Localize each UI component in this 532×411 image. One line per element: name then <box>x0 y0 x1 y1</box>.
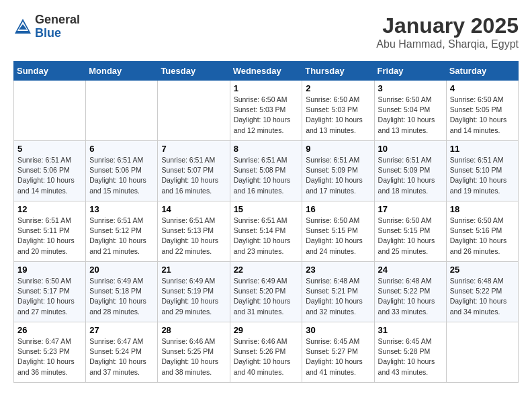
calendar-week-row: 1Sunrise: 6:50 AM Sunset: 5:03 PM Daylig… <box>14 81 519 141</box>
calendar-cell: 20Sunrise: 6:49 AM Sunset: 5:18 PM Dayli… <box>86 262 158 322</box>
day-info: Sunrise: 6:51 AM Sunset: 5:09 PM Dayligh… <box>306 155 370 196</box>
weekday-header-saturday: Saturday <box>446 62 518 81</box>
title-block: January 2025 Abu Hammad, Sharqia, Egypt <box>376 13 519 50</box>
calendar-cell: 1Sunrise: 6:50 AM Sunset: 5:03 PM Daylig… <box>230 81 302 141</box>
calendar-cell: 10Sunrise: 6:51 AM Sunset: 5:09 PM Dayli… <box>374 141 446 201</box>
day-info: Sunrise: 6:50 AM Sunset: 5:03 PM Dayligh… <box>306 95 370 136</box>
weekday-header-sunday: Sunday <box>14 62 86 81</box>
logo-general: General <box>35 13 80 27</box>
day-number: 10 <box>378 144 443 154</box>
day-number: 27 <box>89 325 154 335</box>
day-info: Sunrise: 6:49 AM Sunset: 5:19 PM Dayligh… <box>161 276 226 317</box>
calendar-cell: 28Sunrise: 6:46 AM Sunset: 5:25 PM Dayli… <box>158 322 230 383</box>
calendar-cell: 13Sunrise: 6:51 AM Sunset: 5:12 PM Dayli… <box>86 201 158 262</box>
day-info: Sunrise: 6:51 AM Sunset: 5:09 PM Dayligh… <box>378 155 443 196</box>
day-number: 22 <box>234 265 299 275</box>
day-info: Sunrise: 6:51 AM Sunset: 5:07 PM Dayligh… <box>161 155 226 196</box>
day-number: 11 <box>450 144 515 154</box>
calendar-cell: 8Sunrise: 6:51 AM Sunset: 5:08 PM Daylig… <box>230 141 302 201</box>
day-info: Sunrise: 6:48 AM Sunset: 5:22 PM Dayligh… <box>378 276 443 317</box>
calendar-week-row: 12Sunrise: 6:51 AM Sunset: 5:11 PM Dayli… <box>14 201 519 262</box>
day-info: Sunrise: 6:49 AM Sunset: 5:20 PM Dayligh… <box>234 276 299 317</box>
calendar-week-row: 19Sunrise: 6:50 AM Sunset: 5:17 PM Dayli… <box>14 262 519 322</box>
day-number: 19 <box>17 265 82 275</box>
weekday-header-wednesday: Wednesday <box>230 62 302 81</box>
calendar-week-row: 26Sunrise: 6:47 AM Sunset: 5:23 PM Dayli… <box>14 322 519 383</box>
calendar-cell: 22Sunrise: 6:49 AM Sunset: 5:20 PM Dayli… <box>230 262 302 322</box>
calendar-cell: 5Sunrise: 6:51 AM Sunset: 5:06 PM Daylig… <box>14 141 86 201</box>
day-info: Sunrise: 6:51 AM Sunset: 5:14 PM Dayligh… <box>234 216 299 257</box>
day-info: Sunrise: 6:51 AM Sunset: 5:08 PM Dayligh… <box>234 155 299 196</box>
day-number: 8 <box>234 144 299 154</box>
day-info: Sunrise: 6:50 AM Sunset: 5:16 PM Dayligh… <box>450 216 515 257</box>
day-info: Sunrise: 6:49 AM Sunset: 5:18 PM Dayligh… <box>89 276 154 317</box>
day-info: Sunrise: 6:51 AM Sunset: 5:06 PM Dayligh… <box>89 155 154 196</box>
calendar-cell: 16Sunrise: 6:50 AM Sunset: 5:15 PM Dayli… <box>302 201 374 262</box>
weekday-header-row: SundayMondayTuesdayWednesdayThursdayFrid… <box>14 62 519 81</box>
day-info: Sunrise: 6:47 AM Sunset: 5:24 PM Dayligh… <box>89 336 154 377</box>
day-info: Sunrise: 6:51 AM Sunset: 5:06 PM Dayligh… <box>17 155 82 196</box>
day-number: 15 <box>234 204 299 214</box>
calendar-cell: 30Sunrise: 6:45 AM Sunset: 5:27 PM Dayli… <box>302 322 374 383</box>
calendar-cell: 11Sunrise: 6:51 AM Sunset: 5:10 PM Dayli… <box>446 141 518 201</box>
calendar-cell: 18Sunrise: 6:50 AM Sunset: 5:16 PM Dayli… <box>446 201 518 262</box>
day-number: 26 <box>17 325 82 335</box>
calendar-cell: 21Sunrise: 6:49 AM Sunset: 5:19 PM Dayli… <box>158 262 230 322</box>
day-number: 4 <box>450 83 515 93</box>
calendar-cell: 23Sunrise: 6:48 AM Sunset: 5:21 PM Dayli… <box>302 262 374 322</box>
day-info: Sunrise: 6:48 AM Sunset: 5:22 PM Dayligh… <box>450 276 515 317</box>
day-info: Sunrise: 6:48 AM Sunset: 5:21 PM Dayligh… <box>306 276 370 317</box>
calendar-cell: 25Sunrise: 6:48 AM Sunset: 5:22 PM Dayli… <box>446 262 518 322</box>
day-number: 29 <box>234 325 299 335</box>
day-info: Sunrise: 6:51 AM Sunset: 5:11 PM Dayligh… <box>17 216 82 257</box>
day-number: 6 <box>89 144 154 154</box>
day-number: 16 <box>306 204 370 214</box>
logo-blue: Blue <box>35 27 80 40</box>
weekday-header-tuesday: Tuesday <box>158 62 230 81</box>
day-info: Sunrise: 6:50 AM Sunset: 5:15 PM Dayligh… <box>306 216 370 257</box>
month-title: January 2025 <box>376 13 519 38</box>
calendar-week-row: 5Sunrise: 6:51 AM Sunset: 5:06 PM Daylig… <box>14 141 519 201</box>
day-info: Sunrise: 6:50 AM Sunset: 5:04 PM Dayligh… <box>378 95 443 136</box>
calendar-cell: 9Sunrise: 6:51 AM Sunset: 5:09 PM Daylig… <box>302 141 374 201</box>
weekday-header-thursday: Thursday <box>302 62 374 81</box>
day-number: 18 <box>450 204 515 214</box>
calendar-cell: 3Sunrise: 6:50 AM Sunset: 5:04 PM Daylig… <box>374 81 446 141</box>
day-number: 5 <box>17 144 82 154</box>
day-info: Sunrise: 6:50 AM Sunset: 5:03 PM Dayligh… <box>234 95 299 136</box>
day-info: Sunrise: 6:51 AM Sunset: 5:13 PM Dayligh… <box>161 216 226 257</box>
calendar-cell: 27Sunrise: 6:47 AM Sunset: 5:24 PM Dayli… <box>86 322 158 383</box>
calendar-cell: 26Sunrise: 6:47 AM Sunset: 5:23 PM Dayli… <box>14 322 86 383</box>
day-number: 13 <box>89 204 154 214</box>
calendar-cell: 19Sunrise: 6:50 AM Sunset: 5:17 PM Dayli… <box>14 262 86 322</box>
day-info: Sunrise: 6:51 AM Sunset: 5:12 PM Dayligh… <box>89 216 154 257</box>
calendar-cell: 14Sunrise: 6:51 AM Sunset: 5:13 PM Dayli… <box>158 201 230 262</box>
day-info: Sunrise: 6:46 AM Sunset: 5:25 PM Dayligh… <box>161 336 226 377</box>
day-info: Sunrise: 6:50 AM Sunset: 5:05 PM Dayligh… <box>450 95 515 136</box>
day-info: Sunrise: 6:51 AM Sunset: 5:10 PM Dayligh… <box>450 155 515 196</box>
day-number: 2 <box>306 83 370 93</box>
logo-text: General Blue <box>35 13 80 40</box>
calendar-cell: 4Sunrise: 6:50 AM Sunset: 5:05 PM Daylig… <box>446 81 518 141</box>
calendar-cell <box>86 81 158 141</box>
calendar-cell: 6Sunrise: 6:51 AM Sunset: 5:06 PM Daylig… <box>86 141 158 201</box>
calendar-cell: 2Sunrise: 6:50 AM Sunset: 5:03 PM Daylig… <box>302 81 374 141</box>
day-number: 7 <box>161 144 226 154</box>
day-number: 25 <box>450 265 515 275</box>
day-number: 21 <box>161 265 226 275</box>
logo-icon <box>13 17 32 36</box>
day-number: 14 <box>161 204 226 214</box>
calendar-cell <box>158 81 230 141</box>
calendar-cell: 15Sunrise: 6:51 AM Sunset: 5:14 PM Dayli… <box>230 201 302 262</box>
calendar-cell <box>446 322 518 383</box>
calendar-cell: 29Sunrise: 6:46 AM Sunset: 5:26 PM Dayli… <box>230 322 302 383</box>
day-info: Sunrise: 6:50 AM Sunset: 5:17 PM Dayligh… <box>17 276 82 317</box>
calendar-cell: 12Sunrise: 6:51 AM Sunset: 5:11 PM Dayli… <box>14 201 86 262</box>
calendar-cell: 17Sunrise: 6:50 AM Sunset: 5:15 PM Dayli… <box>374 201 446 262</box>
weekday-header-monday: Monday <box>86 62 158 81</box>
day-number: 9 <box>306 144 370 154</box>
day-number: 28 <box>161 325 226 335</box>
calendar-cell: 7Sunrise: 6:51 AM Sunset: 5:07 PM Daylig… <box>158 141 230 201</box>
day-info: Sunrise: 6:45 AM Sunset: 5:27 PM Dayligh… <box>306 336 370 377</box>
page-header: General Blue January 2025 Abu Hammad, Sh… <box>13 13 519 50</box>
